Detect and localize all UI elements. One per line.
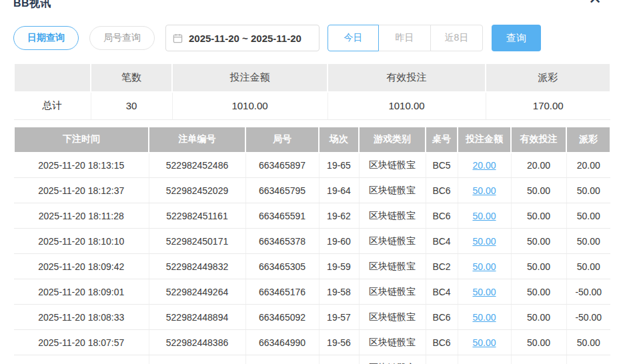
cell-time: 2025-11-20 18:10:10 — [14, 229, 149, 254]
cell-game: 区块链骰宝 — [359, 305, 426, 330]
summary-col-bet-amount: 投注金额 — [172, 64, 328, 92]
cell-game: 区块链骰宝 — [359, 254, 426, 279]
cell-valid_bet: 50.00 — [511, 330, 566, 355]
cell-time: 2025-11-20 18:09:01 — [14, 279, 149, 305]
bet-amount-link[interactable]: 50.00 — [472, 287, 496, 297]
cell-bet_id: 522982448894 — [149, 305, 245, 330]
cell-payout: 50.00 — [566, 229, 610, 254]
table-row: 2025-11-20 18:12:37522982452029663465795… — [14, 178, 610, 203]
summary-col-count: 笔数 — [91, 64, 172, 92]
bet-amount-link[interactable]: 20.00 — [472, 160, 496, 171]
cell-table: BC6 — [426, 178, 458, 203]
cell-payout: -50.00 — [566, 305, 610, 330]
summary-table: 笔数 投注金额 有效投注 派彩 总计 30 1010.00 1010.00 17… — [13, 64, 611, 120]
bet-amount-link[interactable]: 50.00 — [472, 185, 496, 196]
bet-amount-link[interactable]: 50.00 — [472, 236, 496, 247]
cell-session: 19-62 — [319, 203, 359, 229]
cell-table: BC6 — [426, 305, 458, 330]
cell-bet_amount: 50.00 — [458, 305, 511, 330]
cell-payout: 50.00 — [566, 330, 610, 355]
cell-round_id: 663465378 — [245, 229, 319, 254]
cell-bet_id: 522982452029 — [149, 178, 245, 203]
titlebar: BB视讯 ✕ — [13, 0, 610, 11]
records-col-1: 注单编号 — [149, 127, 245, 153]
cell-round_id: 663465591 — [245, 203, 319, 229]
cell-bet_amount: 50.00 — [458, 254, 511, 279]
cell-bet_amount: 50.00 — [458, 355, 511, 364]
cell-valid_bet: 20.00 — [511, 153, 566, 178]
cell-session: 19-58 — [319, 279, 359, 305]
summary-total-bet-amount: 1010.00 — [172, 92, 328, 119]
quick-range-last8days[interactable]: 近8日 — [430, 25, 483, 51]
cell-table: BC2 — [426, 254, 458, 279]
cell-valid_bet: 50.00 — [511, 229, 566, 254]
bet-amount-link[interactable]: 50.00 — [472, 211, 496, 221]
tab-round-query[interactable]: 局号查询 — [89, 26, 155, 50]
cell-game: 区块链骰宝 — [359, 229, 426, 254]
bet-amount-link[interactable]: 50.00 — [472, 312, 496, 323]
cell-round_id: 663465305 — [245, 254, 319, 279]
cell-bet_id: 522982450171 — [149, 229, 245, 254]
summary-col-valid-bet: 有效投注 — [328, 64, 486, 92]
cell-table: BC4 — [426, 229, 458, 254]
cell-table: BC4 — [426, 279, 458, 305]
records-col-7: 有效投注 — [511, 127, 566, 153]
quick-range-yesterday[interactable]: 昨日 — [378, 25, 431, 51]
records-table: 下注时间注单编号局号场次游戏类别桌号投注金额有效投注派彩 2025-11-20 … — [13, 127, 611, 364]
bet-amount-link[interactable]: 50.00 — [472, 261, 496, 272]
cell-payout: 50.00 — [566, 203, 610, 229]
cell-round_id: 663464990 — [245, 330, 319, 355]
summary-total-label: 总计 — [14, 92, 91, 119]
toolbar: 日期查询 局号查询 2025-11-20 ~ 2025-11-20 今日 昨日 … — [13, 25, 610, 51]
cell-bet_amount: 50.00 — [458, 178, 511, 203]
cell-session: 19-56 — [319, 330, 359, 355]
summary-total-valid-bet: 1010.00 — [328, 92, 486, 119]
cell-time: 2025-11-20 18:11:28 — [14, 203, 149, 229]
calendar-icon — [173, 33, 183, 43]
cell-game: 区块链骰宝 — [359, 178, 426, 203]
cell-valid_bet: 50.00 — [511, 178, 566, 203]
cell-table: BC5 — [426, 153, 458, 178]
cell-time: 2025-11-20 18:07:57 — [14, 330, 149, 355]
bet-records-panel: BB视讯 ✕ 日期查询 局号查询 2025-11-20 ~ 2025-11-20… — [0, 0, 623, 364]
cell-time: 2025-11-20 18:13:15 — [14, 153, 149, 178]
cell-session: 19-60 — [319, 229, 359, 254]
cell-bet_amount: 50.00 — [458, 279, 511, 305]
close-icon[interactable]: ✕ — [588, 0, 602, 7]
records-col-2: 局号 — [245, 127, 319, 153]
cell-session: 19-59 — [319, 254, 359, 279]
cell-payout: -50.00 — [566, 279, 610, 305]
records-col-5: 桌号 — [426, 127, 458, 153]
cell-game: 区块链骰宝 — [359, 355, 426, 364]
cell-bet_id: 522982449264 — [149, 279, 245, 305]
cell-time: 2025-11-20 18:08:33 — [14, 305, 149, 330]
date-range-picker[interactable]: 2025-11-20 ~ 2025-11-20 — [165, 25, 320, 51]
table-row: 2025-11-20 18:08:33522982448894663465092… — [14, 305, 610, 330]
summary-total-row: 总计 30 1010.00 1010.00 170.00 — [14, 92, 610, 119]
cell-table: BC6 — [426, 330, 458, 355]
bet-amount-link[interactable]: 50.00 — [472, 337, 496, 348]
search-button[interactable]: 查询 — [492, 25, 541, 51]
records-col-3: 场次 — [319, 127, 359, 153]
cell-valid_bet: 50.00 — [511, 254, 566, 279]
cell-round_id: 663465795 — [245, 178, 319, 203]
cell-bet_id: 522982448386 — [149, 330, 245, 355]
records-col-4: 游戏类别 — [359, 127, 426, 153]
cell-valid_bet: 50.00 — [511, 355, 566, 364]
cell-bet_amount: 20.00 — [458, 153, 511, 178]
table-row: 2025-11-20 18:09:01522982449264663465176… — [14, 279, 610, 305]
records-col-0: 下注时间 — [14, 127, 149, 153]
tab-date-query[interactable]: 日期查询 — [13, 26, 79, 50]
quick-range-group: 今日 昨日 近8日 — [328, 25, 483, 51]
cell-bet_amount: 50.00 — [458, 229, 511, 254]
cell-valid_bet: 50.00 — [511, 203, 566, 229]
cell-session: 19-51 — [319, 355, 359, 364]
records-col-6: 投注金额 — [458, 127, 511, 153]
page-title: BB视讯 — [13, 0, 51, 11]
cell-payout: -50.00 — [566, 355, 610, 364]
quick-range-today[interactable]: 今日 — [328, 25, 379, 51]
summary-col-payout: 派彩 — [486, 64, 610, 92]
cell-bet_id: 522982452486 — [149, 153, 245, 178]
cell-game: 区块链骰宝 — [359, 279, 426, 305]
table-row: 2025-11-20 18:10:10522982450171663465378… — [14, 229, 610, 254]
